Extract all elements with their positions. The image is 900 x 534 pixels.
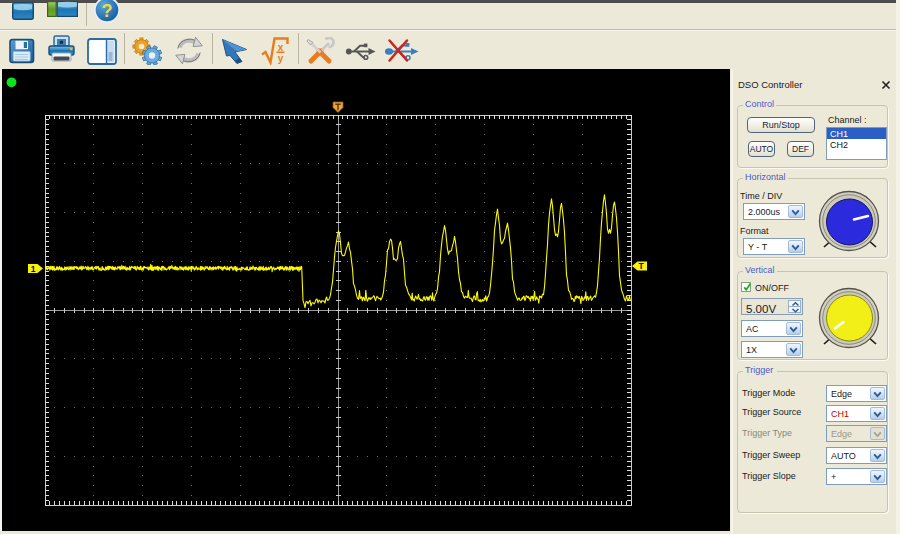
svg-text:T: T — [638, 261, 644, 271]
svg-text:?: ? — [102, 1, 113, 21]
svg-text:x: x — [278, 42, 284, 53]
svg-text:y: y — [278, 53, 284, 64]
svg-text:1: 1 — [31, 264, 36, 274]
